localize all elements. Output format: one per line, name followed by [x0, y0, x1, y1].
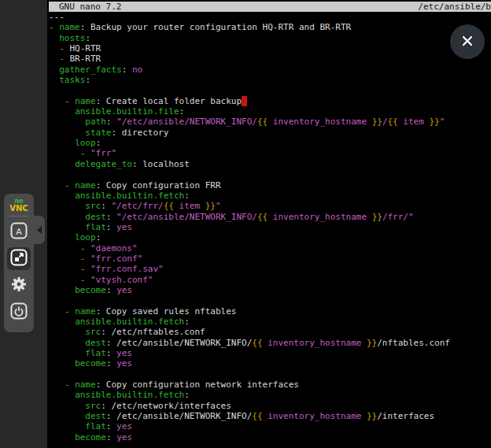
- code-line: ansible.builtin.fetch:: [49, 191, 491, 201]
- code-line: src: /etc/network/interfaces: [49, 401, 491, 411]
- code-line: flat: yes: [49, 222, 491, 232]
- code-line: - "frr": [49, 148, 491, 158]
- code-line: delegate_to: localhost: [49, 159, 491, 169]
- text-cursor: [242, 96, 247, 106]
- code-line: dest: /etc/ansible/NETWORK_INFO/{{ inven…: [49, 338, 491, 348]
- novnc-page: no VNC A: [0, 0, 491, 448]
- code-line: tasks:: [49, 75, 491, 85]
- novnc-logo: no VNC: [9, 198, 28, 212]
- code-line: ansible.builtin.fetch:: [49, 390, 491, 400]
- code-line: [49, 169, 491, 180]
- keyboard-icon: A: [9, 221, 28, 243]
- code-line: ansible.builtin.file:: [49, 106, 491, 117]
- collapse-arrow-icon: [37, 226, 42, 234]
- code-line: hosts:: [49, 33, 491, 43]
- nano-version-label: GNU nano 7.2: [59, 2, 121, 12]
- code-line: become: yes: [49, 358, 491, 368]
- code-line: flat: yes: [49, 348, 491, 358]
- control-bar-handle[interactable]: [34, 216, 45, 244]
- code-line: - "frr.conf": [49, 254, 491, 264]
- logo-text-vnc: VNC: [9, 205, 28, 212]
- code-line: become: yes: [49, 285, 491, 295]
- code-line: - name: Create local folder backup: [49, 96, 491, 106]
- code-line: [49, 85, 491, 95]
- svg-text:A: A: [16, 227, 22, 237]
- fullscreen-icon: [9, 248, 28, 269]
- code-line: src: "/etc/frr/{{ item }}": [49, 201, 491, 211]
- code-line: path: "/etc/ansible/NETWORK_INFO/{{ inve…: [49, 117, 491, 127]
- code-line: loop:: [49, 138, 491, 148]
- power-button[interactable]: [7, 301, 31, 324]
- code-line: flat: yes: [49, 421, 491, 431]
- code-line: - "frr.conf.sav": [49, 264, 491, 274]
- code-line: - name: Copy saved rules nftables: [49, 306, 491, 317]
- terminal-window: GNU nano 7.2 /etc/ansible/b ---- name: B…: [47, 0, 491, 448]
- code-line: loop:: [49, 232, 491, 243]
- nano-filepath-label: /etc/ansible/b: [418, 2, 491, 12]
- terminal-content[interactable]: ---- name: Backup your router configurat…: [49, 12, 491, 448]
- novnc-control-bar: no VNC A: [4, 194, 34, 332]
- gear-icon: [9, 275, 28, 296]
- close-button[interactable]: [450, 24, 485, 59]
- code-line: gather_facts: no: [49, 65, 491, 75]
- code-line: - "daemons": [49, 243, 491, 254]
- code-line: ---: [49, 12, 491, 22]
- code-line: dest: "/etc/ansible/NETWORK_INFO/{{ inve…: [49, 212, 491, 222]
- fullscreen-button[interactable]: [7, 247, 31, 270]
- code-line: - name: Backup your router configuration…: [49, 22, 491, 32]
- nano-titlebar: GNU nano 7.2 /etc/ansible/b: [49, 2, 491, 12]
- code-line: - BR-RTR: [49, 54, 491, 64]
- code-line: src: /etc/nftables.conf: [49, 327, 491, 337]
- code-line: ansible.builtin.fetch:: [49, 317, 491, 327]
- code-line: [49, 295, 491, 305]
- power-icon: [9, 302, 28, 323]
- code-line: state: directory: [49, 128, 491, 138]
- code-line: - name: Copy configuration network inter…: [49, 380, 491, 390]
- close-icon: [460, 34, 474, 50]
- code-line: - "vtysh.conf": [49, 275, 491, 285]
- code-line: dest: /etc/ansible/NETWORK_INFO/{{ inven…: [49, 411, 491, 421]
- code-line: [49, 369, 491, 380]
- logo-divider: [9, 216, 29, 217]
- keyboard-button[interactable]: A: [7, 220, 31, 243]
- code-line: - name: Copy configuration FRR: [49, 180, 491, 191]
- code-line: become: yes: [49, 432, 491, 442]
- settings-button[interactable]: [7, 274, 31, 297]
- code-line: - HQ-RTR: [49, 43, 491, 54]
